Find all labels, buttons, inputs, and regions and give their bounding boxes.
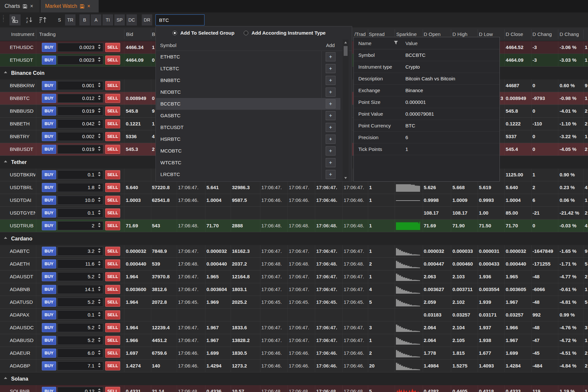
quantity-stepper[interactable]: 2 — [57, 221, 103, 230]
quote-row-adaeur[interactable]: ADAEURBUY6.0SELL1.6976759.617:06:46.1.69… — [0, 347, 588, 360]
sell-button[interactable]: SELL — [105, 247, 120, 256]
buy-button[interactable]: BUY — [42, 247, 56, 256]
filter-funnel-icon[interactable] — [394, 41, 398, 45]
add-symbol-button[interactable]: + — [326, 111, 335, 120]
stepper-up-icon[interactable] — [98, 261, 101, 263]
stepper-down-icon[interactable] — [98, 175, 101, 176]
add-symbol-button[interactable]: + — [326, 135, 335, 144]
buy-button[interactable]: BUY — [42, 310, 56, 319]
quote-row-usdtrub[interactable]: USDTRUBBUY2SELL71.6954317:06:48.71.70288… — [0, 220, 588, 232]
stepper-down-icon[interactable] — [98, 353, 101, 355]
sell-button[interactable]: SELL — [105, 196, 120, 205]
sell-button[interactable]: SELL — [105, 132, 120, 141]
stepper-up-icon[interactable] — [98, 286, 101, 288]
stepper-arrows[interactable] — [98, 185, 101, 189]
stepper-arrows[interactable] — [98, 350, 101, 355]
stepper-arrows[interactable] — [98, 197, 101, 202]
stepper-up-icon[interactable] — [98, 134, 101, 135]
collapse-triangle-icon[interactable] — [4, 377, 7, 379]
quote-row-usdtbrl[interactable]: USDTBRLBUY1.8SELL5.64057220.817:06:47.5.… — [0, 181, 588, 194]
stepper-arrows[interactable] — [98, 44, 101, 49]
stepper-down-icon[interactable] — [98, 366, 101, 368]
stepper-arrows[interactable] — [98, 223, 101, 227]
quantity-stepper[interactable]: 6.0 — [57, 349, 103, 358]
buy-button[interactable]: BUY — [42, 56, 56, 65]
collapse-triangle-icon[interactable] — [4, 71, 7, 73]
quantity-stepper[interactable]: 5.2 — [57, 323, 103, 332]
buy-button[interactable]: BUY — [42, 285, 56, 294]
quantity-stepper[interactable]: 0.12 — [57, 387, 103, 392]
sell-button[interactable]: SELL — [105, 387, 120, 392]
stepper-up-icon[interactable] — [98, 185, 101, 186]
stepper-up-icon[interactable] — [98, 95, 101, 97]
buy-button[interactable]: BUY — [42, 170, 56, 179]
quantity-stepper[interactable]: 5.2 — [57, 298, 103, 307]
stepper-down-icon[interactable] — [98, 200, 101, 202]
symbol-list-item-gasbtc[interactable]: GASBTC+ — [156, 110, 340, 122]
stepper-arrows[interactable] — [98, 57, 101, 62]
buy-button[interactable]: BUY — [42, 259, 56, 269]
stepper-up-icon[interactable] — [98, 197, 101, 199]
stepper-up-icon[interactable] — [98, 121, 101, 122]
buy-button[interactable]: BUY — [42, 323, 56, 332]
buy-button[interactable]: BUY — [42, 196, 56, 205]
stepper-down-icon[interactable] — [98, 315, 101, 317]
stepper-arrows[interactable] — [98, 261, 101, 266]
stepper-up-icon[interactable] — [98, 312, 101, 314]
stepper-down-icon[interactable] — [98, 111, 101, 113]
quote-row-usdtgyen[interactable]: USDTGYENBUY0.1SELL108.17108.171.0085.00-… — [0, 207, 588, 220]
value-column-header[interactable]: Value — [405, 37, 417, 49]
radio-add-to-selected-group[interactable] — [172, 31, 177, 35]
quantity-stepper[interactable]: 5.2 — [57, 336, 103, 345]
quantity-stepper[interactable]: 0.1 — [57, 208, 103, 218]
stepper-down-icon[interactable] — [98, 137, 101, 138]
sell-button[interactable]: SELL — [105, 221, 120, 230]
stepper-arrows[interactable] — [98, 388, 101, 392]
stepper-down-icon[interactable] — [98, 86, 101, 87]
buy-button[interactable]: BUY — [42, 43, 56, 52]
stepper-arrows[interactable] — [98, 108, 101, 113]
buy-button[interactable]: BUY — [42, 183, 56, 192]
stepper-down-icon[interactable] — [98, 277, 101, 278]
stepper-up-icon[interactable] — [98, 388, 101, 390]
sell-button[interactable]: SELL — [105, 81, 120, 90]
buy-button[interactable]: BUY — [42, 221, 56, 230]
buy-button[interactable]: BUY — [42, 132, 56, 141]
stepper-arrows[interactable] — [98, 312, 101, 317]
stepper-arrows[interactable] — [98, 95, 101, 100]
sell-button[interactable]: SELL — [105, 336, 120, 345]
quote-row-adausdt[interactable]: ADAUSDTBUY5.2SELL1.96437970.817:06:47.1.… — [0, 270, 588, 283]
stepper-down-icon[interactable] — [98, 251, 101, 253]
stepper-arrows[interactable] — [98, 172, 101, 176]
sell-button[interactable]: SELL — [105, 310, 120, 319]
symbol-list-item-mcobtc[interactable]: MCOBTC+ — [156, 145, 340, 157]
stepper-arrows[interactable] — [98, 210, 101, 215]
stepper-down-icon[interactable] — [98, 213, 101, 215]
buy-button[interactable]: BUY — [42, 81, 56, 90]
add-symbol-button[interactable]: + — [326, 146, 335, 155]
sell-button[interactable]: SELL — [105, 259, 120, 269]
stepper-down-icon[interactable] — [98, 98, 101, 100]
stepper-up-icon[interactable] — [98, 274, 101, 275]
stepper-arrows[interactable] — [98, 134, 101, 138]
name-column-header[interactable]: Name — [358, 37, 371, 49]
symbol-list-item-hsrbtc[interactable]: HSRBTC+ — [156, 133, 340, 145]
stepper-down-icon[interactable] — [98, 188, 101, 189]
collapse-triangle-icon[interactable] — [4, 160, 7, 162]
quantity-stepper[interactable]: 14.1 — [57, 285, 103, 294]
add-symbol-button[interactable]: + — [326, 99, 335, 108]
stepper-up-icon[interactable] — [98, 57, 101, 59]
stepper-up-icon[interactable] — [98, 350, 101, 352]
quote-row-adagbp[interactable]: ADAGBPBUY7.1SELL1.427414017:06:46.1.4294… — [0, 360, 588, 372]
add-symbol-button[interactable]: + — [326, 123, 335, 132]
quote-row-adabtc[interactable]: ADABTCBUY3.2SELL0.0000327848.917:06:47.0… — [0, 245, 588, 258]
stepper-down-icon[interactable] — [98, 340, 101, 342]
stepper-up-icon[interactable] — [98, 146, 101, 148]
stepper-arrows[interactable] — [98, 337, 101, 342]
stepper-up-icon[interactable] — [98, 83, 101, 84]
quote-row-adausdc[interactable]: ADAUSDCBUY5.2SELL1.96412239.417:06:47.1.… — [0, 321, 588, 334]
stepper-arrows[interactable] — [98, 146, 101, 151]
quantity-stepper[interactable]: 7.1 — [57, 361, 103, 370]
quantity-stepper[interactable]: 0.019 — [57, 106, 103, 116]
buy-button[interactable]: BUY — [42, 94, 56, 103]
